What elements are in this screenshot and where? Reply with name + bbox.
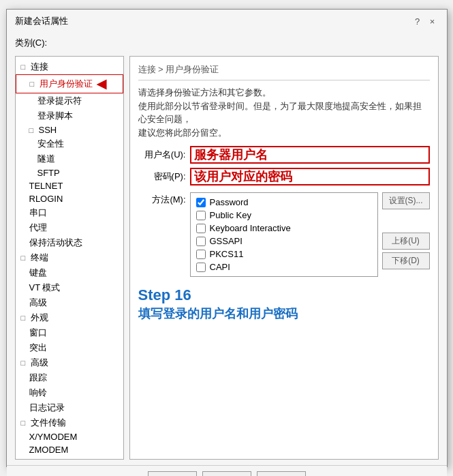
method-capi: CAPI [196, 262, 372, 272]
sidebar-item-label: SSH [39, 125, 57, 135]
sidebar-item-label: 突出 [29, 342, 47, 354]
sidebar-item-highlight[interactable]: 突出 [16, 340, 123, 355]
method-public-key-checkbox[interactable] [196, 211, 206, 220]
sidebar-item-telnet[interactable]: TELNET [16, 179, 123, 192]
up-button[interactable]: 上移(U) [382, 233, 430, 250]
sidebar-item-xymodem[interactable]: X/YMODEM [16, 430, 123, 443]
sidebar-item-vt-mode[interactable]: VT 模式 [16, 280, 123, 295]
method-password: Password [196, 197, 372, 207]
sidebar-item-keyboard[interactable]: 键盘 [16, 265, 123, 280]
sidebar-item-login-script[interactable]: 登录脚本 [16, 108, 123, 123]
expand-icon-transfer: □ [21, 419, 29, 427]
sidebar-item-proxy[interactable]: 代理 [16, 220, 123, 235]
cancel-button[interactable]: 取消 [257, 471, 306, 476]
sidebar-item-zmodem[interactable]: ZMODEM [16, 443, 123, 456]
help-button[interactable]: ? [411, 15, 424, 27]
expand-icon-appearance: □ [21, 314, 29, 322]
tree-panel: □ 连接 □ 用户身份验证 ◀ 登录提示符 登录脚本 [15, 56, 124, 460]
sidebar-item-label: ZMODEM [29, 445, 69, 455]
methods-buttons: 设置(S)... 上移(U) 下移(D) [382, 192, 430, 269]
sidebar-item-connection[interactable]: □ 连接 [16, 59, 123, 74]
method-gssapi: GSSAPI [196, 236, 372, 246]
sidebar-item-transfer[interactable]: □ 文件传输 [16, 415, 123, 430]
sidebar-item-label: 日志记录 [29, 402, 65, 414]
method-capi-label: CAPI [210, 262, 230, 272]
main-content: □ 连接 □ 用户身份验证 ◀ 登录提示符 登录脚本 [15, 56, 439, 460]
sidebar-item-rlogin[interactable]: RLOGIN [16, 192, 123, 205]
expand-icon: □ [21, 63, 29, 71]
methods-box: Password Public Key Keyboard Interactive [190, 192, 378, 277]
sidebar-item-appearance[interactable]: □ 外观 [16, 310, 123, 325]
close-button[interactable]: × [426, 15, 439, 27]
expand-icon-ssh: □ [29, 126, 37, 134]
sidebar-item-label: 响铃 [29, 387, 47, 399]
username-row: 用户名(U): [138, 146, 430, 164]
right-panel: 连接 > 用户身份验证 请选择身份验证方法和其它参数。 使用此部分以节省登录时间… [129, 56, 439, 460]
method-keyboard: Keyboard Interactive [196, 223, 372, 233]
method-gssapi-checkbox[interactable] [196, 237, 206, 246]
description: 请选择身份验证方法和其它参数。 使用此部分以节省登录时间。但是，为了最大限度地提… [138, 86, 430, 139]
sidebar-item-label: 代理 [29, 222, 47, 234]
sidebar-item-user-auth[interactable]: □ 用户身份验证 ◀ [16, 74, 123, 93]
sidebar-item-label: 终端 [31, 252, 48, 264]
method-password-checkbox[interactable] [196, 198, 206, 207]
setup-button[interactable]: 设置(S)... [382, 192, 430, 209]
sidebar-item-label: 键盘 [29, 267, 47, 279]
desc-line2: 使用此部分以节省登录时间。但是，为了最大限度地提高安全性，如果担心安全问题， [138, 100, 430, 126]
method-pkcs11-label: PKCS11 [210, 249, 244, 259]
sidebar-item-keepalive[interactable]: 保持活动状态 [16, 235, 123, 250]
method-capi-checkbox[interactable] [196, 263, 206, 272]
sidebar-item-serial[interactable]: 串口 [16, 205, 123, 220]
sidebar-item-advanced-terminal[interactable]: 高级 [16, 295, 123, 310]
sidebar-item-window[interactable]: 窗口 [16, 325, 123, 340]
sidebar-item-ssh[interactable]: □ SSH [16, 123, 123, 136]
username-input[interactable] [190, 146, 430, 164]
method-keyboard-label: Keyboard Interactive [210, 223, 291, 233]
expand-icon-advanced2: □ [21, 359, 29, 367]
method-public-key-label: Public Key [210, 210, 251, 220]
sidebar-item-label: 安全性 [37, 138, 64, 150]
category-label: 类别(C): [15, 37, 439, 49]
sidebar-item-label: VT 模式 [29, 282, 61, 294]
arrow-indicator: ◀ [97, 76, 106, 91]
method-pkcs11-checkbox[interactable] [196, 250, 206, 259]
sidebar-item-bell[interactable]: 响铃 [16, 385, 123, 400]
sidebar-item-label: 文件传输 [31, 417, 66, 429]
connect-button[interactable]: 连接 [148, 471, 197, 476]
methods-section: 方法(M): Password Public Key Keyboard I [138, 192, 430, 277]
sidebar-item-tunnel[interactable]: 隧道 [16, 151, 123, 166]
sidebar-item-log[interactable]: 日志记录 [16, 400, 123, 415]
expand-icon-userauth: □ [30, 80, 38, 88]
sidebar-item-label: TELNET [29, 181, 63, 191]
method-gssapi-label: GSSAPI [210, 236, 243, 246]
sidebar-item-terminal[interactable]: □ 终端 [16, 250, 123, 265]
sidebar-item-label: 连接 [31, 61, 48, 73]
expand-icon-terminal: □ [21, 254, 29, 262]
method-keyboard-checkbox[interactable] [196, 224, 206, 233]
ok-button[interactable]: 确定 [202, 471, 251, 476]
sidebar-item-security[interactable]: 安全性 [16, 136, 123, 151]
title-bar-controls: ? × [411, 15, 439, 27]
username-label: 用户名(U): [138, 149, 186, 161]
down-button[interactable]: 下移(D) [382, 252, 430, 269]
breadcrumb: 连接 > 用户身份验证 [138, 63, 430, 80]
method-pkcs11: PKCS11 [196, 249, 372, 259]
sidebar-item-sftp[interactable]: SFTP [16, 166, 123, 179]
dialog: 新建会话属性 ? × 类别(C): □ 连接 □ 用户身份验证 ◀ [6, 9, 448, 467]
password-row: 密码(P): [138, 168, 430, 185]
sidebar-item-label-userauth: 用户身份验证 [40, 78, 93, 90]
sidebar-item-label: 外观 [31, 312, 48, 324]
dialog-footer: 连接 确定 取消 [7, 465, 447, 476]
sidebar-item-advanced2[interactable]: □ 高级 [16, 355, 123, 370]
sidebar-item-login-hint[interactable]: 登录提示符 [16, 93, 123, 108]
password-input[interactable] [190, 168, 430, 185]
sidebar-item-label: 高级 [31, 357, 48, 369]
desc-line3: 建议您将此部分留空。 [138, 126, 430, 140]
method-public-key: Public Key [196, 210, 372, 220]
sidebar-item-tracing[interactable]: 跟踪 [16, 370, 123, 385]
step-desc: 填写登录的用户名和用户密码 [138, 306, 430, 322]
desc-line1: 请选择身份验证方法和其它参数。 [138, 86, 430, 100]
dialog-title: 新建会话属性 [15, 15, 68, 27]
sidebar-item-label: 串口 [29, 207, 47, 219]
sidebar-item-label: SFTP [37, 168, 60, 178]
